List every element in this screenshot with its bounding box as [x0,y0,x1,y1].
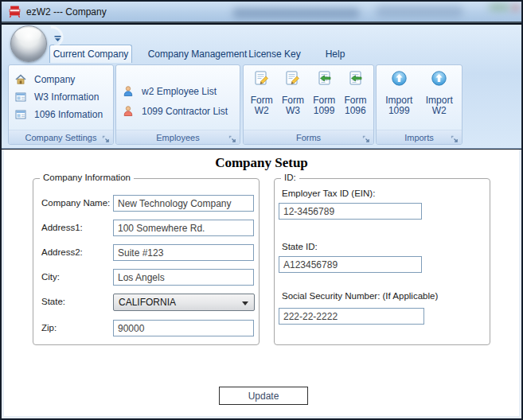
tab-label: License Key [248,49,300,60]
group-forms: FormW2 FormW3 [243,64,374,145]
tab-label: Current Company [53,49,129,60]
ribbon-button-form-1096[interactable]: Form1096 [340,70,371,116]
state-label: State: [41,297,65,306]
ribbon-button-import-1099[interactable]: Import1099 [381,70,417,116]
orb-highlight-decoration [15,28,41,41]
ribbon-button-label: 1096 Infomation [34,109,103,120]
state-id-input[interactable] [279,256,422,273]
ribbon-button-company[interactable]: Company [9,71,113,88]
window-title: ezW2 --- Company [26,6,107,18]
tab-help[interactable]: Help [315,45,355,63]
state-select-value: CALIFORNIA [119,297,176,308]
group-title: Imports [404,133,434,142]
form-export-icon [316,70,333,87]
groupbox-company-information: Company Information Company Name: Addres… [33,178,260,345]
ribbon-button-label: 1099 Contractor List [142,106,228,117]
groupbox-id: ID: Employer Tax ID (EIN): State ID: Soc… [274,178,490,345]
ribbon-button-1096-information[interactable]: 1096 Infomation [9,106,113,123]
ribbon-button-form-w2[interactable]: FormW2 [246,70,277,116]
address2-label: Address2: [41,247,83,257]
ezw2-app-icon [8,5,21,18]
ribbon-button-label: Import1099 [385,95,412,116]
ribbon-button-w3-information[interactable]: W3 Information [9,88,113,106]
group-footer: Employees [116,130,240,144]
zip-input[interactable] [113,320,254,336]
group-company-settings: Company W3 Information [8,64,114,145]
company-name-label: Company Name: [41,198,110,208]
titlebar[interactable]: ezW2 --- Company [2,2,521,23]
group-employees: w2 Employee List 1099 Contractor List [115,64,240,145]
form-list-icon [14,91,27,103]
group-footer: Imports [377,130,462,144]
city-input[interactable] [113,269,254,286]
glass-blur-decoration [511,4,521,11]
dialog-launcher-icon[interactable] [362,133,371,142]
address1-input[interactable] [113,220,254,236]
ribbon: Current Company Company Management Licen… [2,25,521,149]
ribbon-button-label: Company [34,74,75,85]
ein-label: Employer Tax ID (EIN): [282,189,375,198]
app-window: ezW2 --- Company Current Company Company… [0,0,523,420]
state-select[interactable]: CALIFORNIA [113,294,255,311]
zip-label: Zip: [41,323,57,332]
ribbon-button-label: W3 Information [34,91,99,103]
import-arrow-icon [431,70,447,87]
ribbon-button-w2-employee-list[interactable]: w2 Employee List [116,83,240,100]
glass-blur-decoration [376,6,463,18]
ribbon-button-label: ImportW2 [426,95,453,116]
ein-input[interactable] [279,203,422,220]
home-icon [14,73,27,86]
ribbon-button-form-1099[interactable]: Form1099 [309,70,340,116]
group-title: Company Settings [25,133,97,142]
address2-input[interactable] [113,244,254,261]
dialog-launcher-icon[interactable] [228,133,237,142]
ssn-label: Social Security Number: (If Applicable) [282,291,438,301]
group-imports: Import1099 ImportW2 [376,64,463,145]
import-arrow-icon [391,70,408,87]
tab-label: Company Management [148,49,248,60]
ribbon-button-label: w2 Employee List [142,86,217,97]
tab-license-key[interactable]: License Key [240,45,309,63]
ribbon-button-label: Form1099 [313,95,335,116]
dialog-launcher-icon[interactable] [451,133,459,142]
ribbon-button-import-w2[interactable]: ImportW2 [421,70,458,116]
dialog-launcher-icon[interactable] [102,133,111,142]
form-export-icon [347,70,364,87]
city-label: City: [41,272,60,282]
ribbon-button-label: Form1096 [344,95,366,116]
page-title: Company Setup [4,155,519,171]
tab-label: Help [326,49,345,60]
ribbon-button-1099-contractor-list[interactable]: 1099 Contractor List [116,103,240,120]
update-button[interactable]: Update [219,387,308,405]
ribbon-button-label: FormW3 [282,95,304,116]
person-blue-icon [122,85,135,98]
form-edit-icon [253,70,270,87]
ribbon-button-label: FormW2 [251,95,273,116]
tab-current-company[interactable]: Current Company [49,45,132,63]
group-title: Forms [296,133,321,142]
qat-dropdown-icon[interactable] [54,31,61,37]
glass-blur-decoration [232,8,360,18]
company-name-input[interactable] [113,195,254,212]
dropdown-arrow-icon [242,301,248,305]
glass-blur-decoration [489,3,509,11]
state-id-label: State ID: [282,242,318,251]
ssn-input[interactable] [279,308,424,325]
groupbox-legend: ID: [281,173,299,182]
person-red-icon [122,105,135,118]
address1-label: Address1: [41,223,83,232]
ribbon-groups: Company W3 Information [2,63,521,148]
main-content: Company Setup Company Information Compan… [2,150,521,418]
form-list-icon [14,108,27,121]
form-edit-icon [284,70,301,87]
group-title: Employees [156,133,199,142]
group-footer: Company Settings [9,130,113,144]
group-footer: Forms [244,130,373,144]
groupbox-legend: Company Information [40,173,134,182]
ribbon-button-form-w3[interactable]: FormW3 [277,70,308,116]
